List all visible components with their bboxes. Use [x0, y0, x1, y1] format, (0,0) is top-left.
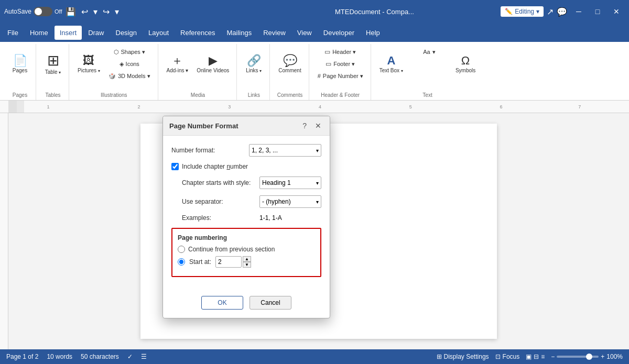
menu-review[interactable]: Review: [258, 26, 291, 40]
proofing-icon[interactable]: ✓: [127, 353, 133, 360]
continue-radio[interactable]: [178, 246, 185, 253]
3d-models-button[interactable]: 🎲 3D Models ▾: [105, 70, 154, 82]
links-button[interactable]: 🔗 Links ▾: [242, 46, 265, 82]
editing-button[interactable]: ✏️ Editing ▾: [501, 6, 544, 17]
zoom-in-button[interactable]: +: [601, 353, 604, 360]
examples-value: 1-1, 1-A: [259, 214, 282, 222]
display-settings-icon: ⊞: [437, 353, 442, 360]
page-number-button[interactable]: # Page Number ▾: [314, 70, 366, 82]
display-settings[interactable]: ⊞ Display Settings: [437, 353, 489, 360]
pictures-button[interactable]: 🖼 Pictures ▾: [74, 46, 103, 82]
continue-label: Continue from previous section: [188, 246, 275, 253]
online-videos-button[interactable]: ▶ Online Videos: [193, 46, 232, 82]
chapter-style-value: Heading 1: [262, 179, 291, 186]
accessibility-icon[interactable]: ☰: [141, 353, 147, 360]
icons-icon: ◈: [120, 61, 124, 68]
footer-label: Footer ▾: [333, 61, 355, 68]
menu-references[interactable]: References: [175, 26, 220, 40]
examples-row: Examples: 1-1, 1-A: [171, 214, 321, 222]
dialog-title-bar: Page Number Format ? ✕: [163, 116, 330, 136]
ribbon-group-tables: ⊞ Table ▾ Tables: [37, 44, 69, 100]
header-button[interactable]: ▭ Header ▾: [314, 46, 366, 58]
start-at-input[interactable]: 2: [215, 256, 242, 268]
ribbon-group-links: 🔗 Links ▾ Links: [238, 44, 270, 100]
menu-home[interactable]: Home: [25, 26, 53, 40]
textbox-button[interactable]: A Text Box ▾: [376, 46, 406, 82]
maximize-button[interactable]: □: [589, 4, 606, 19]
start-at-spinner: 2 ▲ ▼: [215, 256, 251, 268]
print-layout-icon[interactable]: ▣: [526, 353, 532, 360]
start-at-radio[interactable]: [178, 258, 185, 266]
menu-view[interactable]: View: [292, 26, 317, 40]
save-icon[interactable]: 💾: [66, 7, 76, 17]
symbols-button[interactable]: Ω Symbols: [452, 46, 479, 82]
online-videos-label: Online Videos: [197, 68, 229, 73]
web-layout-icon[interactable]: ⊟: [534, 353, 539, 360]
menu-design[interactable]: Design: [111, 26, 142, 40]
menu-developer[interactable]: Developer: [318, 26, 360, 40]
start-at-label: Start at:: [189, 258, 211, 266]
chapter-style-select[interactable]: Heading 1 ▾: [259, 177, 321, 189]
undo-dropdown-icon[interactable]: ▾: [93, 7, 97, 17]
zoom-thumb[interactable]: [586, 354, 592, 360]
separator-dropdown-icon: ▾: [316, 199, 319, 205]
icons-button[interactable]: ◈ Icons: [105, 58, 154, 70]
comment-button[interactable]: 💬 Comment: [275, 46, 304, 82]
menu-layout[interactable]: Layout: [143, 26, 174, 40]
pages-button[interactable]: 📄 Pages: [8, 46, 31, 82]
chapter-style-row: Chapter starts with style: Heading 1 ▾: [171, 177, 321, 189]
separator-select[interactable]: - (hyphen) ▾: [259, 195, 321, 208]
menu-file[interactable]: File: [2, 26, 24, 40]
share-icon[interactable]: ↗: [547, 7, 554, 17]
close-button[interactable]: ✕: [608, 4, 625, 19]
autosave-text: AutoSave: [4, 8, 31, 15]
undo-icon[interactable]: ↩: [81, 7, 88, 17]
menu-insert[interactable]: Insert: [55, 26, 82, 40]
menu-help[interactable]: Help: [361, 26, 385, 40]
number-format-select[interactable]: 1, 2, 3, ... ▾: [249, 144, 321, 157]
symbols-label: Symbols: [456, 68, 475, 73]
minimize-button[interactable]: ─: [570, 4, 587, 19]
include-chapter-checkbox[interactable]: [171, 163, 179, 170]
character-count[interactable]: 50 characters: [81, 353, 119, 360]
table-button[interactable]: ⊞ Table ▾: [41, 46, 64, 82]
dialog-title-icons: ? ✕: [300, 120, 323, 131]
number-format-row: Number format: 1, 2, 3, ... ▾: [171, 144, 321, 157]
number-format-dropdown-icon: ▾: [316, 148, 319, 153]
title-bar-left: AutoSave Off 💾 ↩ ▾ ↪ ▾: [4, 7, 248, 17]
text-group-label: Text: [422, 91, 432, 100]
page-numbering-title: Page numbering: [178, 234, 315, 241]
menu-mailings[interactable]: Mailings: [222, 26, 257, 40]
word-count[interactable]: 10 words: [47, 353, 72, 360]
page-info[interactable]: Page 1 of 2: [6, 353, 38, 360]
cancel-button[interactable]: Cancel: [250, 296, 291, 310]
menu-bar: File Home Insert Draw Design Layout Refe…: [0, 23, 629, 42]
reader-icon[interactable]: ≡: [541, 353, 545, 360]
ribbon-group-text: A Text Box ▾ Aa ▾ Ω Symbols Text: [372, 44, 483, 100]
include-chapter-row: Include chapter number: [171, 163, 321, 170]
redo-icon[interactable]: ↪: [103, 7, 110, 17]
proofing-check-icon: ✓: [127, 353, 133, 360]
shapes-button[interactable]: ⬡ Shapes ▾: [105, 46, 154, 58]
ok-button[interactable]: OK: [201, 296, 243, 310]
status-bar: Page 1 of 2 10 words 50 characters ✓ ☰ ⊞…: [0, 349, 629, 364]
dialog-help-button[interactable]: ?: [300, 120, 309, 131]
autosave-control[interactable]: AutoSave Off: [4, 7, 62, 16]
spinner-buttons: ▲ ▼: [243, 256, 251, 268]
footer-button[interactable]: ▭ Footer ▾: [314, 58, 366, 70]
text-dropdown-button[interactable]: Aa ▾: [408, 46, 450, 58]
spinner-down-button[interactable]: ▼: [243, 262, 251, 268]
zoom-out-button[interactable]: −: [551, 353, 555, 360]
menu-draw[interactable]: Draw: [83, 26, 109, 40]
ribbon-group-comments: 💬 Comment Comments: [271, 44, 309, 100]
focus-mode[interactable]: ⊡ Focus: [495, 353, 520, 360]
autosave-toggle[interactable]: [34, 7, 52, 16]
separator-value: - (hyphen): [262, 198, 291, 205]
comments-icon[interactable]: 💬: [557, 7, 567, 17]
zoom-level[interactable]: 100%: [606, 353, 623, 360]
zoom-slider[interactable]: [557, 356, 599, 358]
customize-icon[interactable]: ▾: [115, 7, 119, 17]
addins-button[interactable]: ＋ Add-ins ▾: [164, 46, 192, 82]
spinner-up-button[interactable]: ▲: [243, 256, 251, 262]
dialog-close-button[interactable]: ✕: [313, 120, 323, 131]
